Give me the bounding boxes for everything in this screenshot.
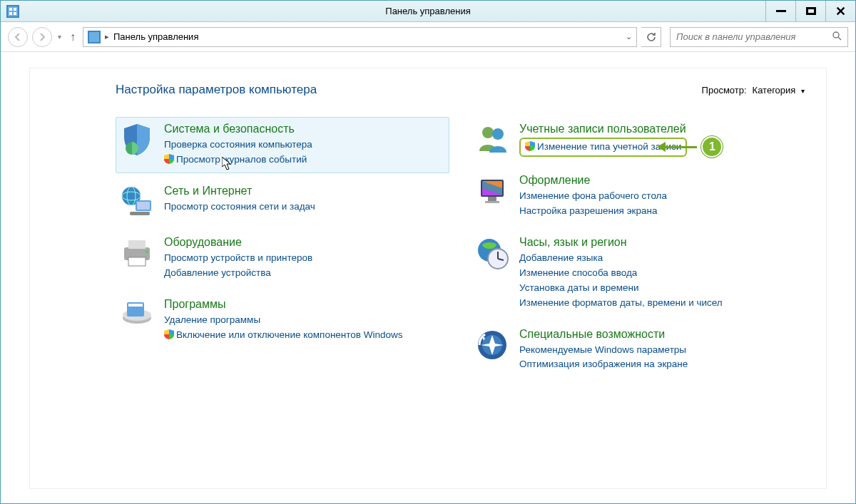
link-optimize-display[interactable]: Оптимизация изображения на экране: [519, 357, 688, 372]
shield-computer-icon: [120, 123, 154, 157]
breadcrumb-root[interactable]: Панель управления: [113, 31, 198, 42]
content-area: Настройка параметров компьютера Просмотр…: [1, 52, 855, 503]
uac-shield-icon: [525, 141, 535, 151]
svg-rect-16: [130, 212, 150, 215]
link-screen-resolution[interactable]: Настройка разрешения экрана: [519, 204, 667, 219]
view-dropdown[interactable]: Категория ▾: [753, 85, 805, 96]
minimize-button[interactable]: [765, 1, 795, 21]
category-clock-language-region[interactable]: Часы, язык и регион Добавление языка Изм…: [471, 230, 805, 317]
category-network-internet[interactable]: Сеть и Интернет Просмотр состояния сети …: [116, 179, 449, 225]
users-icon: [475, 123, 509, 157]
link-windows-features[interactable]: Включение или отключение компонентов Win…: [164, 328, 403, 343]
link-add-device[interactable]: Добавление устройства: [164, 266, 312, 281]
window-title: Панель управления: [1, 6, 855, 16]
chevron-right-icon: ▸: [105, 32, 109, 41]
titlebar[interactable]: Панель управления ✕: [1, 1, 855, 22]
category-title[interactable]: Часы, язык и регион: [519, 236, 723, 249]
svg-rect-29: [488, 197, 496, 201]
svg-rect-24: [128, 304, 143, 307]
programs-icon: [120, 298, 154, 332]
category-title[interactable]: Сеть и Интернет: [164, 185, 315, 197]
category-system-security[interactable]: Система и безопасность Проверка состояни…: [116, 117, 449, 173]
up-button[interactable]: ↑: [67, 31, 78, 43]
uac-shield-icon: [164, 154, 174, 164]
page-heading: Настройка параметров компьютера: [116, 83, 317, 97]
close-button[interactable]: ✕: [825, 1, 855, 21]
breadcrumb-icon: [88, 31, 101, 43]
view-value: Категория: [753, 85, 796, 96]
printer-icon: [120, 236, 154, 270]
control-panel-window: Панель управления ✕ ▾ ↑ ▸ Панель управле…: [0, 0, 856, 504]
chevron-down-icon: ▾: [801, 87, 805, 95]
link-desktop-background[interactable]: Изменение фона рабочего стола: [519, 189, 667, 204]
category-hardware[interactable]: Оборудование Просмотр устройств и принте…: [116, 230, 449, 287]
svg-rect-19: [128, 257, 146, 266]
uac-shield-icon: [164, 329, 174, 339]
annotation-arrow: 1: [690, 136, 723, 158]
svg-point-8: [833, 32, 839, 38]
link-date-time[interactable]: Установка даты и времени: [519, 281, 723, 296]
svg-point-26: [492, 128, 504, 140]
svg-rect-3: [14, 8, 16, 11]
svg-point-25: [482, 127, 494, 138]
link-devices-printers[interactable]: Просмотр устройств и принтеров: [164, 251, 312, 266]
category-appearance[interactable]: Оформление Изменение фона рабочего стола…: [471, 168, 805, 225]
svg-point-20: [146, 250, 148, 253]
forward-button[interactable]: [32, 27, 52, 47]
category-title[interactable]: Программы: [164, 298, 403, 311]
right-column: Учетные записи пользователей Изменение т…: [471, 117, 805, 384]
address-dropdown-icon[interactable]: ⌄: [626, 32, 632, 41]
back-button[interactable]: [8, 27, 28, 47]
link-recommended-settings[interactable]: Рекомендуемые Windows параметры: [519, 343, 688, 358]
link-network-status[interactable]: Просмотр состояния сети и задач: [164, 200, 315, 215]
maximize-button[interactable]: [795, 1, 825, 21]
network-internet-icon: [120, 185, 154, 219]
link-formats[interactable]: Изменение форматов даты, времени и чисел: [519, 296, 723, 311]
window-controls: ✕: [765, 1, 855, 21]
svg-line-9: [838, 37, 841, 40]
navigation-bar: ▾ ↑ ▸ Панель управления ⌄: [1, 22, 855, 52]
annotation-badge: 1: [701, 136, 723, 158]
control-panel-icon: [6, 5, 19, 18]
history-dropdown-icon[interactable]: ▾: [56, 33, 63, 41]
link-check-computer-status[interactable]: Проверка состояния компьютера: [164, 138, 312, 153]
category-title[interactable]: Оборудование: [164, 236, 312, 249]
refresh-button[interactable]: [641, 27, 661, 47]
link-view-event-logs[interactable]: Просмотр журналов событий: [164, 153, 312, 168]
clock-region-icon: [475, 236, 509, 270]
address-bar[interactable]: ▸ Панель управления ⌄: [83, 27, 637, 47]
category-title[interactable]: Учетные записи пользователей: [519, 123, 687, 135]
ease-of-access-icon: [475, 328, 509, 362]
svg-rect-2: [9, 8, 12, 11]
left-column: Система и безопасность Проверка состояни…: [116, 117, 449, 384]
svg-rect-4: [9, 12, 12, 15]
search-icon[interactable]: [832, 31, 842, 43]
category-title[interactable]: Специальные возможности: [519, 328, 688, 341]
link-add-language[interactable]: Добавление языка: [519, 251, 723, 266]
search-input[interactable]: [676, 31, 832, 42]
svg-rect-30: [485, 201, 499, 203]
search-box[interactable]: [670, 27, 848, 47]
view-label: Просмотр:: [702, 85, 747, 96]
link-uninstall-program[interactable]: Удаление программы: [164, 313, 403, 328]
svg-rect-18: [128, 240, 146, 249]
svg-rect-5: [14, 12, 16, 15]
category-title[interactable]: Система и безопасность: [164, 123, 312, 135]
appearance-icon: [475, 174, 509, 208]
category-title[interactable]: Оформление: [519, 174, 667, 187]
svg-rect-7: [89, 32, 99, 42]
link-input-method[interactable]: Изменение способа ввода: [519, 266, 723, 281]
category-ease-of-access[interactable]: Специальные возможности Рекомендуемые Wi…: [471, 322, 805, 379]
category-programs[interactable]: Программы Удаление программы Включение и…: [116, 292, 449, 349]
svg-rect-15: [137, 202, 150, 210]
category-user-accounts[interactable]: Учетные записи пользователей Изменение т…: [471, 117, 805, 163]
